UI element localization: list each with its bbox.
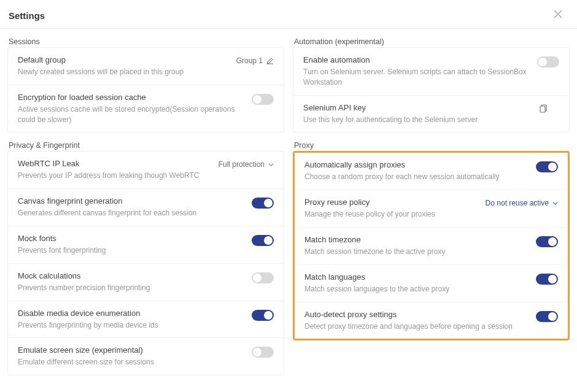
disable-media-desc: Prevents fingerprinting by media device … xyxy=(18,320,247,331)
canvas-toggle[interactable] xyxy=(252,198,274,209)
chevron-down-icon xyxy=(552,201,558,206)
enable-automation-toggle[interactable] xyxy=(537,56,559,67)
panel-privacy: WebRTC IP Leak Prevents your IP address … xyxy=(7,151,284,375)
match-lang-desc: Match session languages to the active pr… xyxy=(304,284,531,294)
close-button[interactable] xyxy=(551,9,565,22)
panel-sessions: Default group Newly created sessions wil… xyxy=(7,47,284,133)
edit-icon xyxy=(266,57,274,64)
auto-assign-title: Automatically assign proxies xyxy=(304,160,531,169)
section-automation: Automation (experimental) Enable automat… xyxy=(293,36,570,133)
encryption-toggle[interactable] xyxy=(252,94,274,105)
selenium-key-copy[interactable] xyxy=(535,103,559,113)
default-group-desc: Newly created sessions will be placed in… xyxy=(18,67,231,77)
row-auto-detect: Auto-detect proxy settings Detect proxy … xyxy=(295,302,568,339)
mock-calc-title: Mock calculations xyxy=(18,271,247,280)
page-title: Settings xyxy=(9,10,45,21)
match-tz-toggle[interactable] xyxy=(536,236,558,247)
auto-detect-desc: Detect proxy timezone and languages befo… xyxy=(304,321,531,332)
section-privacy: Privacy & Fingerprint WebRTC IP Leak Pre… xyxy=(7,140,284,375)
auto-assign-toggle[interactable] xyxy=(536,161,558,172)
row-emulate-screen: Emulate screen size (experimental) Emula… xyxy=(8,338,284,375)
emulate-screen-toggle[interactable] xyxy=(252,347,274,358)
section-title-proxy: Proxy xyxy=(293,140,570,151)
section-title-privacy: Privacy & Fingerprint xyxy=(7,140,284,151)
auto-detect-toggle[interactable] xyxy=(536,311,558,322)
match-lang-title: Match languages xyxy=(304,272,531,282)
reuse-value: Do not reuse active xyxy=(486,199,549,207)
canvas-desc: Generates different canvas fingerprint f… xyxy=(18,208,247,218)
section-title-sessions: Sessions xyxy=(7,36,284,47)
row-disable-media: Disable media device enumeration Prevent… xyxy=(8,301,284,339)
mock-calc-desc: Prevents number precision fingerprinting xyxy=(18,283,247,293)
mock-fonts-toggle[interactable] xyxy=(252,235,274,246)
row-encryption: Encryption for loaded session cache Acti… xyxy=(8,85,284,133)
reuse-title: Proxy reuse policy xyxy=(304,198,481,207)
disable-media-toggle[interactable] xyxy=(252,310,274,321)
default-group-title: Default group xyxy=(18,55,231,64)
webrtc-select[interactable]: Full protection xyxy=(214,159,274,169)
row-match-tz: Match timezone Match session timezone to… xyxy=(295,228,568,265)
left-column: Sessions Default group Newly created ses… xyxy=(7,36,284,375)
mock-fonts-desc: Prevents font fingerprinting xyxy=(18,245,247,256)
encryption-title: Encryption for loaded session cache xyxy=(18,93,247,102)
chevron-down-icon xyxy=(268,162,274,167)
copy-icon xyxy=(540,104,548,113)
row-reuse-policy: Proxy reuse policy Manage the reuse poli… xyxy=(295,190,568,228)
auto-assign-desc: Choose a random proxy for each new sessi… xyxy=(304,172,531,182)
enable-automation-title: Enable automation xyxy=(303,55,532,64)
row-auto-assign: Automatically assign proxies Choose a ra… xyxy=(295,153,568,190)
match-tz-desc: Match session timezone to the active pro… xyxy=(304,247,531,257)
row-enable-automation: Enable automation Turn on Selenium serve… xyxy=(293,48,569,96)
svg-rect-1 xyxy=(540,106,545,112)
default-group-control[interactable]: Group 1 xyxy=(231,55,274,65)
disable-media-title: Disable media device enumeration xyxy=(18,309,247,318)
panel-automation: Enable automation Turn on Selenium serve… xyxy=(293,47,570,133)
selenium-key-title: Selenium API key xyxy=(303,103,535,112)
reuse-select[interactable]: Do not reuse active xyxy=(481,198,558,207)
match-tz-title: Match timezone xyxy=(304,235,531,244)
row-webrtc: WebRTC IP Leak Prevents your IP address … xyxy=(8,152,284,189)
row-selenium-key: Selenium API key Use this key for authen… xyxy=(293,96,569,133)
close-icon xyxy=(554,10,562,18)
match-lang-toggle[interactable] xyxy=(536,274,558,285)
section-sessions: Sessions Default group Newly created ses… xyxy=(7,36,284,133)
mock-fonts-title: Mock fonts xyxy=(18,234,247,243)
row-default-group: Default group Newly created sessions wil… xyxy=(8,48,284,85)
webrtc-title: WebRTC IP Leak xyxy=(18,159,214,168)
webrtc-desc: Prevents your IP address from leaking th… xyxy=(18,171,214,181)
row-canvas: Canvas fingerprint generation Generates … xyxy=(8,189,284,226)
auto-detect-title: Auto-detect proxy settings xyxy=(304,310,531,319)
row-match-lang: Match languages Match session languages … xyxy=(295,265,568,302)
panel-proxy: Automatically assign proxies Choose a ra… xyxy=(293,151,570,340)
right-column: Automation (experimental) Enable automat… xyxy=(293,36,570,375)
webrtc-value: Full protection xyxy=(219,160,265,169)
mock-calc-toggle[interactable] xyxy=(252,272,274,283)
emulate-screen-desc: Emulate different screen size for sessio… xyxy=(18,357,247,367)
selenium-key-desc: Use this key for authenticating to the S… xyxy=(303,115,535,125)
encryption-desc: Active sessions cache will be stored enc… xyxy=(18,104,247,125)
default-group-value: Group 1 xyxy=(236,56,263,65)
enable-automation-desc: Turn on Selenium server. Selenium script… xyxy=(303,67,532,88)
canvas-title: Canvas fingerprint generation xyxy=(18,196,247,206)
reuse-desc: Manage the reuse policy of your proxies xyxy=(304,209,481,220)
header: Settings xyxy=(0,0,577,29)
section-title-automation: Automation (experimental) xyxy=(293,36,570,47)
row-mock-fonts: Mock fonts Prevents font fingerprinting xyxy=(8,226,284,264)
row-mock-calc: Mock calculations Prevents number precis… xyxy=(8,264,284,301)
content: Sessions Default group Newly created ses… xyxy=(0,29,577,383)
section-proxy: Proxy Automatically assign proxies Choos… xyxy=(293,140,570,340)
emulate-screen-title: Emulate screen size (experimental) xyxy=(18,345,247,355)
